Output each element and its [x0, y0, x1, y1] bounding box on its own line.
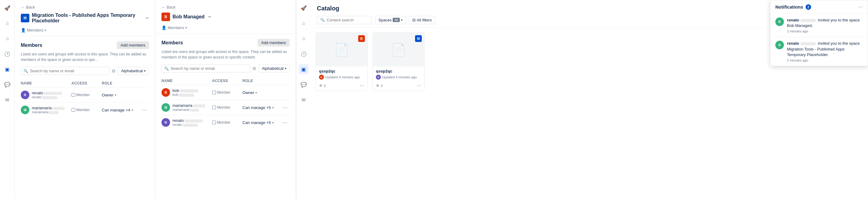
panel1-members-tab[interactable]: 👤 Members ▾	[21, 27, 149, 34]
panel1-back-link[interactable]: ← Back	[21, 5, 149, 9]
panel2-title-row: B Bob Managed ✏	[161, 12, 290, 21]
card-meta: B Updated 4 minutes ago	[319, 75, 364, 80]
card-body: qsop2qc R Updated 4 minutes ago	[373, 66, 424, 82]
member-name: renato	[32, 91, 62, 95]
panel2-edit-icon[interactable]: ✏	[208, 15, 211, 19]
panel1-sort-dropdown[interactable]: Alphabetical ▾	[118, 67, 149, 75]
access-checkbox	[212, 106, 216, 109]
role-cell[interactable]: Can manage +4 ▾	[102, 108, 140, 112]
panel-bob-managed: ← Back B Bob Managed ✏ 👤 Members ▾ Membe…	[155, 0, 296, 199]
member-email: renato	[32, 95, 62, 99]
role-label: Owner	[243, 90, 254, 95]
sidebar-icon-home[interactable]: ⌂	[2, 18, 12, 28]
card-menu-button[interactable]: ⋯	[417, 83, 421, 88]
sidebar: 🚀 ⌂ ☆ 🕐 ▣ 💬 ✉	[0, 0, 15, 199]
panel1-space-title: Migration Tools - Published Apps Tempora…	[32, 12, 142, 24]
panel2-add-members-button[interactable]: Add members	[257, 39, 290, 47]
role-cell[interactable]: Owner ▾	[243, 90, 280, 95]
catalog-card[interactable]: 📄 B qsop2qc B Updated 4 minutes ago 👁 0 …	[316, 32, 368, 91]
sidebar-right-spaces-icon[interactable]: ▣	[299, 64, 309, 74]
member-name-email: renato renato	[173, 118, 203, 126]
access-label: Member	[217, 120, 230, 124]
member-info: R renato renato	[21, 91, 71, 99]
spaces-label: Spaces	[378, 18, 392, 22]
role-label: Can manage +4	[102, 108, 130, 112]
member-name-email: mariamaria mariamaria	[32, 106, 65, 114]
col-access-header: Access	[71, 81, 102, 85]
panel2-members-tab[interactable]: 👤 Members ▾	[161, 24, 290, 31]
role-label: Can manage +5	[243, 105, 271, 110]
sidebar-icon-star[interactable]: ☆	[2, 34, 12, 44]
table-row: M mariamaria mariamaria Member Can manag…	[21, 103, 149, 117]
sidebar-right-history-icon[interactable]: 🕐	[299, 49, 309, 59]
card-menu-button[interactable]: ⋯	[360, 83, 364, 88]
catalog-title: Catalog	[317, 5, 339, 12]
member-name-email: bob bob	[173, 88, 198, 96]
role-label: Owner	[102, 93, 114, 97]
panel1-search-input[interactable]	[30, 68, 107, 73]
card-image: 📄 B	[316, 33, 367, 66]
panel1-members-table: Name Access Role R renato renato	[21, 79, 149, 117]
role-cell[interactable]: Can manage +5 ▾	[243, 105, 280, 110]
panel1-edit-icon[interactable]: ✏	[146, 16, 149, 20]
role-cell[interactable]: Can manage +5 ▾	[243, 120, 280, 125]
member-email: mariamaria	[173, 108, 205, 111]
access-label: Member	[76, 108, 90, 112]
spaces-badge: All	[393, 18, 399, 22]
panels-container: ← Back M Migration Tools - Published App…	[15, 0, 868, 199]
catalog-card[interactable]: 📄 M qsop2qc R Updated 4 minutes ago 👁 0 …	[373, 32, 425, 91]
sidebar-icon-spaces[interactable]: ▣	[2, 64, 12, 74]
row-more-button[interactable]: ⋯	[140, 107, 149, 113]
col-name-header: Name	[21, 81, 71, 85]
sidebar-right: 🚀 ⌂ ☆ 🕐 ▣ 💬 ✉	[296, 0, 311, 199]
sidebar-right-star-icon[interactable]: ☆	[299, 34, 309, 44]
panel1-header: ← Back M Migration Tools - Published App…	[15, 0, 155, 36]
panel2-search-input[interactable]	[170, 66, 247, 71]
member-name-email: renato renato	[32, 91, 62, 99]
table-row: B bob bob Member Owner ▾	[161, 85, 290, 100]
sidebar-icon-rocket[interactable]: 🚀	[2, 3, 12, 13]
row-more-button[interactable]: ⋯	[280, 120, 290, 125]
search-icon: 🔍	[164, 66, 169, 71]
access-label: Member	[217, 90, 230, 94]
card-image-icon: 📄	[391, 42, 406, 57]
member-avatar: R	[161, 118, 170, 127]
notif-title: Notifications	[775, 4, 803, 9]
member-name: mariamaria	[32, 106, 65, 110]
sidebar-icon-chat[interactable]: 💬	[2, 80, 12, 89]
sidebar-right-rocket-icon[interactable]: 🚀	[299, 3, 309, 13]
panel2-table-header: Name Access Role	[161, 77, 290, 85]
role-chevron-icon: ▾	[115, 93, 116, 97]
catalog-header: Catalog Notifications 2 ⋯ R	[311, 0, 868, 28]
panel1-filter-icon[interactable]: ⊟	[112, 68, 115, 73]
member-info: M mariamaria mariamaria	[21, 106, 71, 114]
sidebar-icon-mail[interactable]: ✉	[2, 95, 12, 105]
panel2-filter-icon[interactable]: ⊟	[253, 66, 256, 71]
catalog-search-input[interactable]	[327, 18, 369, 22]
filter-label: All filters	[417, 18, 432, 22]
panel1-add-members-button[interactable]: Add members	[117, 41, 149, 49]
sidebar-right-chat-icon[interactable]: 💬	[299, 80, 309, 89]
member-email: renato	[173, 123, 203, 126]
sidebar-right-mail-icon[interactable]: ✉	[299, 95, 309, 105]
sidebar-icon-history[interactable]: 🕐	[2, 49, 12, 59]
notif-time: 2 minutes ago	[787, 29, 863, 33]
panel2-header: ← Back B Bob Managed ✏ 👤 Members ▾	[155, 0, 296, 34]
access-checkbox	[71, 93, 75, 97]
access-checkbox	[212, 121, 216, 124]
notif-avatar: R	[775, 18, 784, 26]
card-meta: R Updated 4 minutes ago	[376, 75, 421, 80]
panel2-back-link[interactable]: ← Back	[161, 5, 290, 9]
notif-content: renato invited you to the space Bob Mana…	[787, 18, 863, 33]
panel1-description: Listed are users and groups with access …	[21, 51, 149, 62]
members-chevron-icon: ▾	[45, 28, 46, 32]
notif-more-icon[interactable]: ⋯	[858, 4, 863, 10]
notif-header: Notifications 2 ⋯	[770, 0, 868, 14]
role-cell[interactable]: Owner ▾	[102, 93, 140, 97]
row-more-button[interactable]: ⋯	[280, 105, 290, 111]
filter-button[interactable]: ⊟ All filters	[409, 16, 435, 24]
spaces-dropdown-button[interactable]: Spaces All ▾	[375, 16, 406, 24]
member-info: B bob bob	[161, 88, 212, 97]
panel2-sort-dropdown[interactable]: Alphabetical ▾	[258, 64, 290, 73]
sidebar-right-home-icon[interactable]: ⌂	[299, 18, 309, 28]
